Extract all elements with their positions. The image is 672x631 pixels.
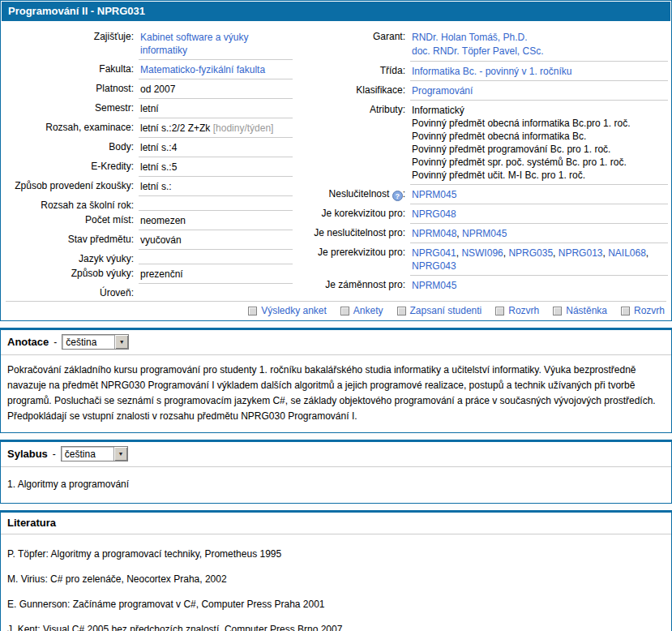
faculty-link[interactable]: Matematicko-fyzikální fakulta (140, 64, 265, 75)
course-code-link[interactable]: NPRM045 (412, 280, 456, 291)
field-label: Úroveň: (1, 284, 139, 298)
literature-item: J. Kent: Visual C# 2005 bez předchozích … (7, 623, 665, 631)
field-value (139, 196, 293, 211)
field-value: letní s.:2/2 Z+Zk [hodiny/týden] (139, 118, 293, 138)
attribute-item: Povinný předmět obecná informatika Bc.pr… (412, 117, 666, 130)
link-vysledky-anket[interactable]: Výsledky anket (248, 305, 327, 316)
row-fakulta: Fakulta: Matematicko-fyzikální fakulta (1, 60, 294, 79)
course-info: Zajišťuje: Kabinet software a výuky info… (1, 22, 671, 298)
dropdown-arrow-icon[interactable]: ▼ (114, 335, 128, 349)
field-value (139, 250, 293, 264)
course-links-bar: Výsledky anket Ankety Zapsaní studenti R… (6, 301, 666, 320)
field-value: prezenční (139, 264, 293, 284)
field-label: Fakulta: (1, 60, 139, 79)
field-label: Způsob provedení zkoušky: (1, 177, 139, 196)
row-zajistuje: Zajišťuje: Kabinet software a výuky info… (1, 28, 294, 60)
field-label-colon: : (403, 188, 405, 200)
field-value: NPRM045 (410, 276, 668, 294)
row-je-neslucitelnost-pro: Je neslučitelnost pro: NPRM048NPRM045 (294, 224, 671, 243)
hours-per-week-hint: [hodiny/týden] (213, 122, 274, 134)
course-code-link[interactable]: NAIL068 (608, 247, 648, 259)
link-rozvrh-1[interactable]: Rozvrh (495, 305, 539, 316)
field-label: Je prerekvizitou pro: (294, 243, 410, 276)
field-value: od 2007 (139, 79, 293, 99)
row-zpusob-vyuky: Způsob výuky: prezenční (1, 264, 294, 284)
row-rozsah-examinace: Rozsah, examinace: letní s.:2/2 Z+Zk [ho… (1, 118, 294, 138)
selected-language: čeština (62, 335, 114, 349)
field-value: neomezen (139, 211, 293, 230)
field-label: Způsob výuky: (1, 264, 139, 284)
checkbox-square-icon (553, 307, 562, 316)
section-title: Literatura (7, 517, 56, 529)
field-label: Zajišťuje: (1, 28, 139, 60)
attribute-item: Povinný předmět učit. M-I Bc. pro 1. roč… (412, 169, 666, 182)
field-label: Klasifikace: (294, 81, 410, 101)
course-code-link[interactable]: NPRG013 (559, 247, 608, 259)
row-jazyk-vyuky: Jazyk výuky: (1, 250, 294, 264)
section-title-separator: - (53, 449, 56, 460)
row-je-prerekvizitou: Je prerekvizitou pro: NPRG041NSWI096NPRG… (294, 243, 671, 276)
classification-link[interactable]: Programování (412, 85, 473, 97)
field-label: Platnost: (1, 79, 139, 99)
literatura-list: P. Töpfer: Algoritmy a programovací tech… (1, 534, 671, 631)
checkbox-square-icon (495, 307, 504, 316)
course-info-right-column: Garant: RNDr. Holan Tomáš, Ph.D. doc. RN… (294, 28, 671, 298)
row-stav-predmetu: Stav předmětu: vyučován (1, 230, 294, 250)
field-value: letní s.:5 (139, 157, 293, 177)
attribute-item: Povinný předmět obecná informatika Bc. (412, 130, 666, 143)
row-rozsah-rok: Rozsah za školní rok: (1, 196, 294, 211)
literature-item: P. Töpfer: Algoritmy a programovací tech… (7, 547, 665, 560)
course-code-link[interactable]: NPRG043 (412, 260, 456, 272)
attribute-item: Povinný předmět programování Bc. pro 1. … (412, 143, 666, 156)
field-label: Je záměnnost pro: (294, 276, 410, 294)
field-label: Rozsah za školní rok: (1, 196, 139, 211)
field-label: Body: (1, 138, 139, 157)
course-code-link[interactable]: NPRM045 (462, 228, 507, 239)
course-code-link[interactable]: NPRG035 (508, 247, 558, 259)
link-label: Rozvrh (508, 305, 539, 316)
field-value: NPRM045 (410, 185, 668, 204)
checkbox-square-icon (340, 307, 349, 316)
link-nastenka[interactable]: Nástěnka (553, 305, 607, 316)
class-link[interactable]: Informatika Bc. - povinný v 1. ročníku (412, 66, 571, 77)
course-code-link[interactable]: NPRG048 (412, 208, 456, 220)
help-icon[interactable]: ? (392, 191, 403, 201)
link-zapsani-studenti[interactable]: Zapsaní studenti (397, 305, 482, 316)
field-label: Atributy: (294, 101, 410, 185)
course-code-link[interactable]: NPRG041 (412, 247, 461, 259)
field-label: Stav předmětu: (1, 230, 139, 250)
field-value: Informatika Bc. - povinný v 1. ročníku (410, 62, 668, 81)
field-label: Je neslučitelnost pro: (294, 224, 410, 243)
checkbox-square-icon (621, 307, 630, 316)
sylabus-header: Sylabus - čeština ▼ (1, 442, 671, 467)
link-label: Nástěnka (566, 305, 607, 316)
course-code-link[interactable]: NPRM048 (412, 228, 462, 239)
field-label: Neslučitelnost ?: (294, 185, 410, 204)
department-link[interactable]: Kabinet software a výuky informatiky (140, 32, 248, 56)
sylabus-language-select[interactable]: čeština ▼ (61, 446, 128, 461)
field-value: NPRG048 (410, 204, 668, 224)
course-code-link[interactable]: NPRM045 (412, 189, 456, 200)
dropdown-arrow-icon[interactable]: ▼ (113, 447, 127, 461)
checkbox-square-icon (248, 307, 257, 316)
field-value: Programování (410, 81, 668, 101)
sylabus-panel: Sylabus - čeština ▼ 1. Algoritmy a progr… (0, 440, 672, 504)
field-value: RNDr. Holan Tomáš, Ph.D. doc. RNDr. Töpf… (410, 28, 668, 62)
field-value-text: letní s.:2/2 Z+Zk (140, 122, 210, 134)
section-title-separator: - (54, 337, 57, 348)
field-value (139, 284, 293, 298)
field-label-text: Neslučitelnost (329, 188, 390, 200)
link-label: Zapsaní studenti (410, 305, 482, 316)
anotace-header: Anotace - čeština ▼ (1, 330, 671, 355)
course-code-link[interactable]: NSWI096 (461, 247, 508, 259)
link-ankety[interactable]: Ankety (340, 305, 383, 316)
guarantor-link[interactable]: doc. RNDr. Töpfer Pavel, CSc. (412, 45, 666, 58)
anotace-language-select[interactable]: čeština ▼ (62, 334, 129, 350)
field-value: letní s.:4 (139, 138, 293, 157)
literatura-panel: Literatura P. Töpfer: Algoritmy a progra… (0, 510, 672, 631)
section-title: Sylabus (7, 448, 48, 460)
guarantor-link[interactable]: RNDr. Holan Tomáš, Ph.D. (412, 31, 666, 45)
link-rozvrh-2[interactable]: Rozvrh (621, 305, 665, 316)
field-value: Informatický Povinný předmět obecná info… (410, 101, 668, 185)
literatura-header: Literatura (1, 513, 671, 534)
